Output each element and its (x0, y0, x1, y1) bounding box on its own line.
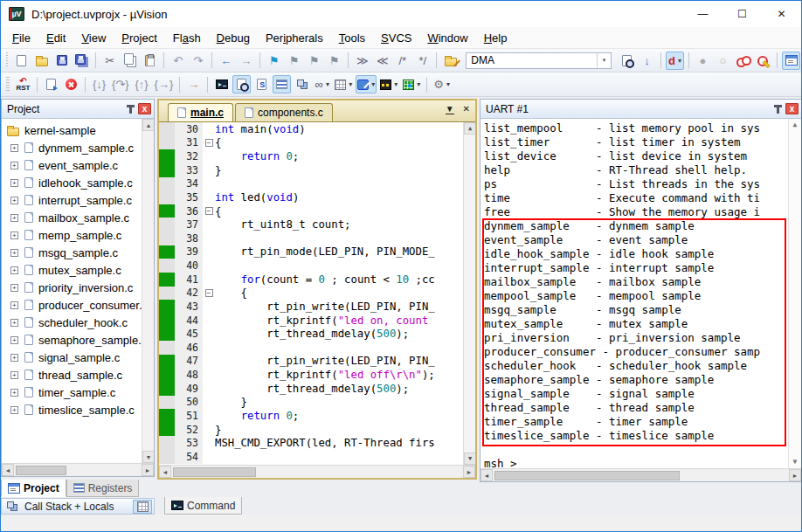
editor-close-icon[interactable]: ✕ (463, 104, 470, 114)
options-for-target-button[interactable] (441, 52, 460, 70)
comment-button[interactable]: /* (393, 52, 411, 70)
scroll-right-icon[interactable]: ► (142, 464, 154, 476)
kill-all-breakpoints-button[interactable] (754, 52, 772, 70)
tree-item-signal_sample-c[interactable]: +signal_sample.c (2, 349, 154, 366)
uart-terminal[interactable]: list_mempool - list memory pool in sysli… (481, 119, 801, 468)
menu-project[interactable]: Project (114, 29, 164, 47)
reset-cpu-button[interactable]: ↶RST (14, 75, 32, 93)
expand-icon[interactable]: + (10, 301, 18, 309)
fold-collapse-icon[interactable]: − (205, 139, 213, 147)
watch-window-dropdown[interactable]: ▾ (326, 80, 329, 88)
tree-item-mailbox_sample-c[interactable]: +mailbox_sample.c (2, 209, 154, 226)
code-line[interactable]: 46 (159, 341, 475, 355)
paste-button[interactable] (141, 52, 159, 70)
pin-icon[interactable] (129, 107, 132, 114)
expand-icon[interactable]: + (10, 319, 18, 327)
expand-icon[interactable]: + (10, 197, 18, 204)
scroll-down-icon[interactable]: ▼ (142, 451, 154, 463)
scroll-up-icon[interactable]: ▲ (464, 122, 475, 135)
tree-item-semaphore_sample-c[interactable]: +semaphore_sample.c (2, 331, 154, 349)
save-all-button[interactable] (73, 52, 91, 70)
pin-icon[interactable] (777, 107, 779, 114)
menu-edit[interactable]: Edit (38, 29, 73, 47)
expand-icon[interactable]: + (10, 406, 18, 414)
menu-svcs[interactable]: SVCS (373, 29, 419, 47)
code-line[interactable]: 54 (159, 450, 475, 464)
menu-tools[interactable]: Tools (331, 29, 373, 47)
combo-dropdown-icon[interactable]: ▾ (597, 53, 611, 68)
step-into-button[interactable]: {↓} (90, 75, 108, 93)
code-line[interactable]: 43 rt_pin_write(LED_PIN, PIN_ (159, 300, 475, 314)
tree-item-timeslice_sample-c[interactable]: +timeslice_sample.c (2, 401, 154, 418)
uart-vscrollbar[interactable]: ▲ ▼ (788, 119, 801, 468)
system-viewer-button[interactable]: ▾ (401, 75, 422, 93)
code-line[interactable]: 30int main(void) (159, 122, 475, 136)
tree-item-idlehook_sample-c[interactable]: +idlehook_sample.c (2, 174, 154, 191)
show-next-statement-button[interactable] (42, 75, 60, 93)
go-button[interactable]: → (184, 75, 203, 93)
tab-command[interactable]: Command (164, 497, 242, 515)
project-tree-hscrollbar[interactable]: ◄ ► (2, 463, 154, 476)
navigate-back-button[interactable]: ← (217, 52, 235, 70)
scroll-left-icon[interactable]: ◄ (2, 464, 14, 476)
toolbar-drag-handle[interactable] (6, 52, 8, 68)
enable-disable-breakpoint-button[interactable]: ○ (714, 52, 732, 70)
hscroll-thumb[interactable] (494, 471, 680, 480)
outdent-button[interactable]: ≪ (373, 52, 391, 70)
debug-toolbox-dropdown[interactable]: ▾ (446, 80, 450, 88)
memory-window-dropdown[interactable]: ▾ (349, 80, 352, 88)
expand-icon[interactable]: + (10, 284, 18, 292)
registers-window-button[interactable] (273, 75, 291, 93)
close-button[interactable]: ✕ (762, 1, 801, 27)
redo-button[interactable]: ↷ (189, 52, 207, 70)
expand-icon[interactable]: + (10, 214, 18, 222)
logic-analyzer-button[interactable]: ▾ (378, 75, 399, 93)
code-line[interactable]: 48 rt_kprintf("led off\r\n"); (159, 368, 475, 382)
code-line[interactable]: 40 (159, 259, 475, 273)
code-line[interactable]: 31−{ (159, 136, 475, 150)
project-window-toggle-button[interactable] (782, 52, 800, 70)
code-line[interactable]: 38 (159, 231, 475, 245)
tree-item-producer_consumer-c[interactable]: +producer_consumer.c (2, 296, 154, 314)
scroll-right-icon[interactable]: ► (789, 469, 801, 481)
code-line[interactable]: 42− { (159, 287, 475, 301)
uart-hscrollbar[interactable]: ◄ ► (481, 468, 801, 481)
tree-item-thread_sample-c[interactable]: +thread_sample.c (2, 366, 154, 383)
bookmark-toggle-button[interactable]: ⚑ (265, 52, 283, 70)
code-line[interactable]: 51 return 0; (159, 409, 475, 423)
code-editor[interactable]: 30int main(void)31−{32 return 0;33}3435i… (159, 121, 475, 465)
editor-tab-main-c[interactable]: main.c (168, 103, 233, 121)
code-line[interactable]: 34 (159, 177, 475, 191)
project-tree-vscrollbar[interactable]: ▲ ▼ (142, 119, 154, 463)
code-line[interactable]: 36−{ (159, 204, 475, 218)
code-line[interactable]: 32 return 0; (159, 149, 475, 163)
expand-icon[interactable]: + (10, 249, 18, 257)
call-stack-window-button[interactable] (293, 75, 311, 93)
menu-flash[interactable]: Flash (165, 29, 209, 47)
open-file-button[interactable] (32, 52, 51, 70)
tree-item-scheduler_hook-c[interactable]: +scheduler_hook.c (2, 314, 154, 331)
code-line[interactable]: 49 rt_thread_mdelay(500); (159, 382, 475, 396)
fold-collapse-icon[interactable]: − (205, 207, 213, 215)
tree-item-mutex_sample-c[interactable]: +mutex_sample.c (2, 261, 154, 279)
hscroll-thumb[interactable] (173, 467, 256, 477)
uncomment-button[interactable]: */ (413, 52, 432, 70)
expand-icon[interactable]: + (10, 266, 18, 274)
code-line[interactable]: 39 rt_pin_mode(LED_PIN, PIN_MODE_ (159, 245, 475, 259)
symbol-window-button[interactable] (252, 75, 271, 93)
copy-button[interactable] (121, 52, 139, 70)
debug-toolbox-button[interactable]: ⚙▾ (432, 75, 452, 93)
code-line[interactable]: 52} (159, 423, 475, 437)
toolbar-drag-handle[interactable] (6, 77, 10, 93)
scroll-up-icon[interactable]: ▲ (789, 119, 801, 131)
expand-icon[interactable]: + (10, 231, 18, 239)
tree-item-priority_inversion-c[interactable]: +priority_inversion.c (2, 279, 154, 296)
tree-item-dynmem_sample-c[interactable]: +dynmem_sample.c (2, 139, 154, 156)
memory-window-button[interactable]: ▾ (333, 75, 354, 93)
start-stop-debug-button[interactable]: d▾ (666, 52, 684, 70)
serial-window-button[interactable]: ▾ (356, 75, 377, 93)
undo-button[interactable]: ↶ (169, 52, 187, 70)
memory-button[interactable] (133, 500, 152, 514)
step-out-button[interactable]: {↑} (133, 75, 151, 93)
scroll-down-icon[interactable]: ▼ (464, 453, 475, 465)
